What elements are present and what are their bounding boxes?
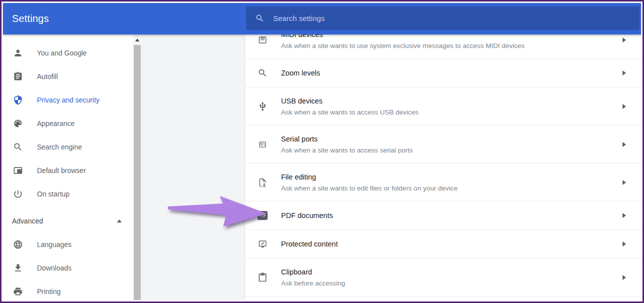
scroll-up-button[interactable]	[133, 34, 142, 45]
protected-content-icon	[258, 239, 268, 249]
settings-row-protected-content[interactable]: Protected content	[245, 230, 641, 258]
sidebar-item-search-engine[interactable]: Search engine	[3, 135, 133, 158]
scroll-up-arrow-icon	[135, 38, 139, 42]
row-title: MIDI devices	[281, 34, 525, 39]
sidebar-item-downloads[interactable]: Downloads	[3, 256, 133, 280]
printer-icon	[13, 286, 23, 296]
row-title: Zoom levels	[281, 68, 320, 78]
privacy-shield-icon	[13, 95, 23, 105]
search-box[interactable]	[246, 6, 640, 30]
row-title: PDF documents	[281, 211, 333, 220]
sidebar-item-label: Languages	[37, 240, 71, 248]
sidebar-item-label: Printing	[37, 288, 60, 296]
row-description: Ask when a site wants to edit files or f…	[281, 184, 457, 192]
sidebar-item-label: On startup	[37, 190, 69, 198]
sidebar-item-label: Autofill	[37, 72, 58, 80]
serial-port-icon	[258, 140, 268, 150]
settings-row-zoom-levels[interactable]: Zoom levels	[245, 59, 641, 88]
sidebar: You and Google Autofill Privacy and secu…	[3, 34, 133, 300]
row-description: Ask before accessing	[281, 279, 345, 288]
settings-row-serial-ports[interactable]: Serial ports Ask when a site wants to ac…	[245, 126, 641, 164]
sidebar-scrollbar[interactable]	[133, 34, 142, 300]
chevron-right-icon	[623, 70, 626, 76]
chevron-right-icon	[623, 242, 626, 246]
autofill-icon	[13, 72, 23, 82]
sidebar-item-label: Search engine	[37, 143, 82, 151]
zoom-magnifier-icon	[258, 68, 268, 78]
row-description: Ask when a site wants to access serial p…	[281, 146, 413, 154]
chevron-right-icon	[623, 180, 626, 185]
sidebar-item-appearance[interactable]: Appearance	[3, 112, 133, 135]
settings-row-pdf-documents[interactable]: PDF PDF documents	[245, 202, 641, 230]
search-input[interactable]	[273, 14, 573, 22]
settings-rows: MIDI devices Ask when a site wants to us…	[245, 34, 641, 296]
pdf-badge: PDF	[258, 211, 268, 220]
sidebar-item-on-startup[interactable]: On startup	[3, 182, 133, 206]
browser-window-icon	[13, 166, 23, 176]
settings-header: Settings	[3, 3, 641, 34]
chevron-right-icon	[623, 275, 626, 280]
settings-window: Settings You and Google Autofill Privacy…	[0, 0, 644, 303]
page-title: Settings	[12, 13, 49, 24]
pdf-icon: PDF	[258, 210, 268, 220]
row-description: Ask when a site wants to use system excl…	[281, 42, 525, 50]
chevron-right-icon	[623, 142, 626, 147]
palette-icon	[13, 118, 23, 128]
sidebar-item-label: Downloads	[37, 264, 71, 272]
search-icon	[13, 142, 23, 152]
midi-keyboard-icon	[258, 35, 268, 45]
site-settings-list: MIDI devices Ask when a site wants to us…	[245, 34, 641, 300]
sidebar-item-privacy-and-security[interactable]: Privacy and security	[3, 88, 133, 112]
person-icon	[13, 48, 23, 58]
row-description: Ask when a site wants to access USB devi…	[281, 108, 418, 116]
sidebar-item-label: You and Google	[37, 49, 87, 57]
sidebar-item-advanced[interactable]: Advanced	[3, 209, 133, 232]
row-title: Clipboard	[281, 268, 345, 276]
sidebar-item-default-browser[interactable]: Default browser	[3, 158, 133, 182]
row-title: Serial ports	[281, 134, 413, 144]
sidebar-item-label: Default browser	[37, 166, 86, 174]
settings-row-usb-devices[interactable]: USB devices Ask when a site wants to acc…	[245, 88, 641, 126]
globe-icon	[13, 240, 23, 250]
sidebar-item-you-and-google[interactable]: You and Google	[3, 41, 133, 64]
chevron-right-icon	[623, 213, 626, 218]
sidebar-nav-advanced: Languages Downloads Printing	[3, 232, 133, 303]
download-icon	[13, 263, 23, 273]
clipboard-icon	[258, 272, 268, 282]
settings-row-midi-devices[interactable]: MIDI devices Ask when a site wants to us…	[245, 34, 641, 59]
scrollbar-thumb[interactable]	[134, 45, 141, 300]
sidebar-item-label: Appearance	[37, 120, 75, 128]
sidebar-item-languages[interactable]: Languages	[3, 232, 133, 256]
settings-row-file-editing[interactable]: File editing Ask when a site wants to ed…	[245, 164, 641, 202]
row-title: USB devices	[281, 96, 418, 106]
power-icon	[13, 189, 23, 199]
sidebar-item-printing[interactable]: Printing	[3, 280, 133, 303]
chevron-right-icon	[623, 38, 626, 42]
usb-icon	[258, 102, 268, 112]
chevron-right-icon	[623, 104, 626, 109]
row-title: Protected content	[281, 240, 338, 248]
settings-row-clipboard[interactable]: Clipboard Ask before accessing	[245, 258, 641, 296]
row-title: File editing	[281, 172, 457, 182]
advanced-label: Advanced	[12, 217, 43, 225]
sidebar-item-label: Privacy and security	[37, 96, 99, 104]
file-edit-icon	[258, 178, 268, 188]
chevron-up-icon	[117, 220, 122, 222]
search-icon	[255, 14, 265, 23]
sidebar-item-autofill[interactable]: Autofill	[3, 64, 133, 88]
sidebar-nav: You and Google Autofill Privacy and secu…	[3, 41, 133, 206]
